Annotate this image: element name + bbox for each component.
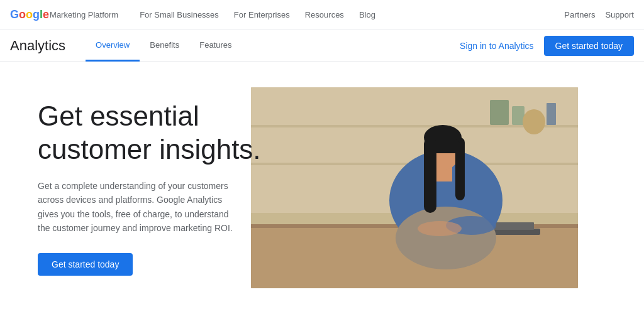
hero-section: Get essential customer insights. Get a c… bbox=[0, 62, 644, 314]
nav-support-link[interactable]: Support bbox=[605, 10, 634, 19]
sub-nav: Analytics Overview Benefits Features Sig… bbox=[0, 30, 644, 62]
top-nav: Google Marketing Platform For Small Busi… bbox=[0, 0, 644, 30]
hero-description: Get a complete understanding of your cus… bbox=[38, 179, 239, 236]
logo-area[interactable]: Google Marketing Platform bbox=[10, 8, 118, 21]
g-blue2: g bbox=[33, 8, 40, 21]
top-nav-links: For Small Businesses For Enterprises Res… bbox=[133, 0, 564, 30]
g-blue: G bbox=[10, 8, 19, 21]
nav-link-enterprises[interactable]: For Enterprises bbox=[228, 0, 296, 30]
sub-nav-links: Overview Benefits Features bbox=[86, 30, 460, 62]
svg-point-21 bbox=[418, 221, 462, 236]
logo-text: Marketing Platform bbox=[50, 10, 118, 19]
google-logo: Google Marketing Platform bbox=[10, 8, 118, 21]
svg-rect-4 bbox=[490, 100, 509, 125]
hero-title: Get essential customer insights. bbox=[38, 100, 277, 166]
subnav-link-benefits[interactable]: Benefits bbox=[140, 30, 189, 62]
get-started-button-top[interactable]: Get started today bbox=[544, 36, 634, 56]
nav-link-small-business[interactable]: For Small Businesses bbox=[133, 0, 225, 30]
hero-content: Get essential customer insights. Get a c… bbox=[0, 62, 302, 314]
nav-link-blog[interactable]: Blog bbox=[353, 0, 382, 30]
sub-nav-right: Sign in to Analytics Get started today bbox=[460, 36, 634, 56]
subnav-link-features[interactable]: Features bbox=[189, 30, 242, 62]
svg-rect-5 bbox=[512, 106, 525, 125]
hero-cta-button[interactable]: Get started today bbox=[38, 253, 133, 276]
analytics-title: Analytics bbox=[10, 38, 65, 54]
svg-point-13 bbox=[396, 207, 496, 269]
sign-in-link[interactable]: Sign in to Analytics bbox=[460, 41, 534, 51]
subnav-link-overview[interactable]: Overview bbox=[86, 30, 140, 62]
top-nav-right: Partners Support bbox=[564, 10, 634, 19]
g-red: o bbox=[19, 8, 26, 21]
svg-point-6 bbox=[523, 109, 545, 134]
g-yellow: o bbox=[26, 8, 33, 21]
nav-link-resources[interactable]: Resources bbox=[299, 0, 350, 30]
svg-rect-7 bbox=[547, 103, 556, 125]
nav-partners-link[interactable]: Partners bbox=[564, 10, 595, 19]
svg-rect-19 bbox=[426, 141, 460, 153]
g-red2: e bbox=[43, 8, 49, 21]
